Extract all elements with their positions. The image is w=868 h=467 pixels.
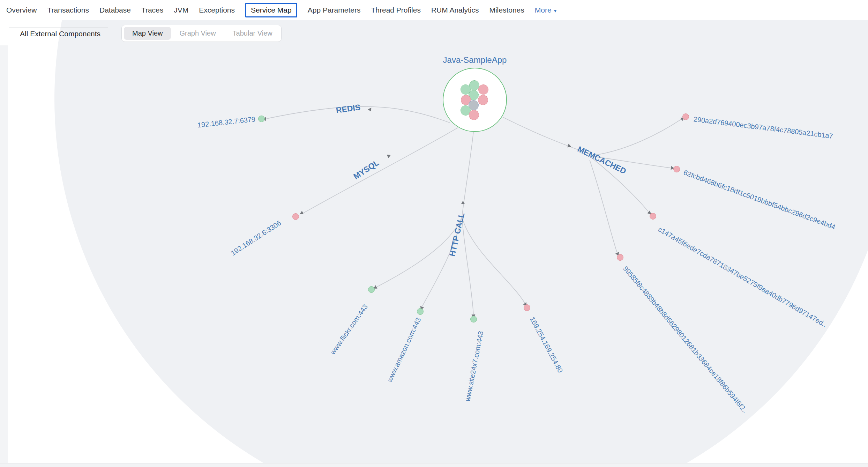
- nav-item-service-map[interactable]: Service Map: [245, 3, 297, 17]
- page-title: All External Components: [20, 30, 100, 38]
- subtab-underline: [9, 28, 108, 28]
- nav-item-thread-profiles[interactable]: Thread Profiles: [371, 6, 420, 14]
- endpoint-dot-ip[interactable]: [524, 304, 530, 311]
- app-node-title: Java-SampleApp: [443, 55, 507, 65]
- instance-bubble-critical[interactable]: [478, 95, 488, 105]
- endpoint-dot-memcached-3[interactable]: [650, 213, 656, 220]
- endpoint-dot-site24x7[interactable]: [470, 316, 477, 323]
- endpoint-dot-memcached-1[interactable]: [682, 113, 689, 120]
- tab-tabular-view[interactable]: Tabular View: [224, 27, 281, 40]
- service-map-page: Overview Transactions Database Traces JV…: [0, 0, 868, 467]
- endpoint-dot-memcached-2[interactable]: [673, 166, 680, 172]
- nav-item-traces[interactable]: Traces: [141, 6, 163, 14]
- nav-item-more[interactable]: More ▾: [535, 6, 556, 14]
- subheader: All External Components Map View Graph V…: [0, 17, 868, 45]
- nav-item-transactions[interactable]: Transactions: [47, 6, 89, 14]
- chevron-down-icon: ▾: [554, 8, 557, 13]
- nav-item-overview[interactable]: Overview: [6, 6, 37, 14]
- nav-item-app-parameters[interactable]: App Parameters: [308, 6, 361, 14]
- nav-item-rum-analytics[interactable]: RUM Analytics: [431, 6, 479, 14]
- tab-map-view[interactable]: Map View: [124, 27, 171, 40]
- endpoint-dot-mysql[interactable]: [292, 213, 299, 220]
- endpoint-dot-flickr[interactable]: [368, 286, 375, 293]
- endpoint-dot-redis[interactable]: [258, 116, 265, 122]
- tab-graph-view[interactable]: Graph View: [171, 27, 224, 40]
- left-gutter: [0, 45, 8, 463]
- endpoint-dot-amazon[interactable]: [417, 308, 424, 315]
- nav-item-milestones[interactable]: Milestones: [489, 6, 524, 14]
- endpoint-dot-memcached-4[interactable]: [617, 254, 623, 261]
- view-toggle: Map View Graph View Tabular View: [121, 25, 282, 42]
- nav-item-more-label: More: [535, 6, 552, 14]
- instance-bubble-healthy[interactable]: [469, 80, 479, 90]
- instance-bubble-critical[interactable]: [478, 84, 488, 95]
- nav-item-jvm[interactable]: JVM: [174, 6, 188, 14]
- instance-bubble-critical[interactable]: [469, 110, 479, 120]
- nav-item-exceptions[interactable]: Exceptions: [199, 6, 235, 14]
- horizontal-scrollbar[interactable]: [0, 463, 868, 467]
- nav-item-database[interactable]: Database: [99, 6, 131, 14]
